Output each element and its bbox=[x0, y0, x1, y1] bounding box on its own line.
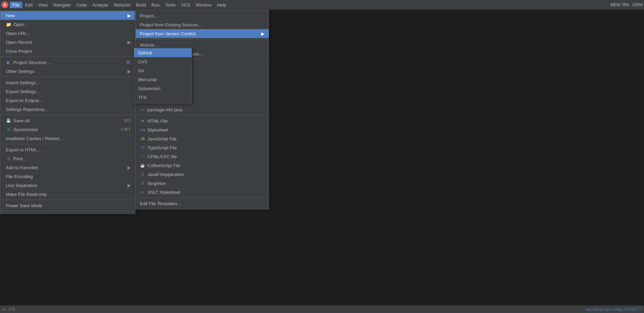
status-bar: io 279 http://blog.csdn.net/qq_26708777 bbox=[0, 305, 644, 313]
menu-item-open-recent-label: Open Recent bbox=[6, 40, 32, 45]
html-icon: H bbox=[140, 118, 145, 124]
separator bbox=[0, 115, 135, 115]
menu-item-close-project-label: Close Project bbox=[6, 49, 32, 54]
new-submenu-xslt-label: XSLT Stylesheet bbox=[147, 190, 180, 195]
menu-edit[interactable]: Edit bbox=[22, 2, 35, 8]
menu-item-import-settings[interactable]: Import Settings... bbox=[0, 78, 135, 87]
menu-item-power-save[interactable]: Power Save Mode bbox=[0, 201, 135, 210]
vcs-github-label: GitHub bbox=[138, 50, 152, 55]
separator bbox=[136, 115, 269, 115]
new-submenu-css[interactable]: css Stylesheet bbox=[136, 125, 269, 134]
menu-analyze[interactable]: Analyze bbox=[90, 2, 111, 8]
status-left: io bbox=[3, 307, 6, 311]
struct-icon: ◧ bbox=[6, 60, 11, 65]
vcs-cvs[interactable]: CVS bbox=[134, 57, 192, 66]
menu-item-settings-repo[interactable]: Settings Repository... bbox=[0, 105, 135, 114]
vcs-git-label: Git bbox=[138, 68, 144, 73]
new-submenu-javafx[interactable]: fx JavaFXApplication bbox=[136, 170, 269, 179]
singleton-icon: S bbox=[140, 180, 145, 186]
menu-item-make-readonly[interactable]: Make File Read-only bbox=[0, 190, 135, 199]
file-menu: New ▶ 📁 Open... Open URL... Open Recent … bbox=[0, 10, 135, 214]
menu-item-close-project[interactable]: Close Project bbox=[0, 47, 135, 55]
menu-item-add-favorites[interactable]: Add to Favorites ▶ bbox=[0, 163, 135, 172]
vcs-tfs[interactable]: TFS bbox=[134, 93, 192, 102]
vcs-git[interactable]: Git bbox=[134, 66, 192, 75]
new-submenu-singleton-label: Singleton bbox=[147, 181, 166, 186]
print-icon: 🖨 bbox=[6, 156, 11, 161]
vcs-mercurial[interactable]: Mercurial bbox=[134, 75, 192, 84]
menu-item-other-settings-label: Other Settings bbox=[6, 69, 34, 74]
dropdown-menus: New ▶ 📁 Open... Open URL... Open Recent … bbox=[0, 10, 135, 214]
menu-item-invalidate-caches[interactable]: Invalidate Caches / Restart... bbox=[0, 134, 135, 143]
new-submenu-project-existing-label: Project from Existing Sources... bbox=[140, 22, 202, 27]
apple-menu[interactable]: A bbox=[1, 1, 8, 8]
menu-tools[interactable]: Tools bbox=[162, 2, 178, 8]
new-submenu-singleton[interactable]: S Singleton bbox=[136, 179, 269, 188]
separator bbox=[0, 211, 135, 211]
menu-item-settings-repo-label: Settings Repository... bbox=[6, 107, 48, 112]
menu-item-open-recent[interactable]: Open Recent ▶ bbox=[0, 38, 135, 47]
menu-item-export-eclipse[interactable]: Export to Eclipse... bbox=[0, 96, 135, 105]
menu-item-line-separators[interactable]: Line Separators ▶ bbox=[0, 181, 135, 190]
vcs-github[interactable]: GitHub bbox=[134, 48, 192, 57]
menu-item-print[interactable]: 🖨 Print... bbox=[0, 154, 135, 163]
new-submenu-project-existing[interactable]: Project from Existing Sources... bbox=[136, 20, 269, 29]
sync-icon: ↻ bbox=[6, 127, 11, 132]
new-submenu-cfml-label: CFML/CFC file bbox=[147, 154, 177, 159]
menu-item-invalidate-caches-label: Invalidate Caches / Restart... bbox=[6, 136, 63, 141]
menu-item-open-url[interactable]: Open URL... bbox=[0, 29, 135, 38]
shortcut-label: ⌘S bbox=[124, 118, 131, 123]
arrow-icon: ▶ bbox=[127, 40, 131, 45]
menu-item-save-all-label: Save All bbox=[13, 118, 29, 123]
menu-refactor[interactable]: Refactor bbox=[111, 2, 133, 8]
cfml-icon: CF bbox=[140, 154, 145, 159]
menu-item-power-save-label: Power Save Mode bbox=[6, 203, 42, 208]
separator bbox=[136, 198, 269, 198]
arrow-icon: ▶ bbox=[127, 183, 131, 188]
menu-item-export-html[interactable]: Export to HTML... bbox=[0, 145, 135, 154]
menu-file[interactable]: File bbox=[10, 2, 22, 8]
new-submenu-html[interactable]: H HTML File bbox=[136, 116, 269, 125]
menu-vcs[interactable]: VCS bbox=[178, 2, 193, 8]
menu-item-synchronize[interactable]: ↻ Synchronize ⌥⌘Y bbox=[0, 125, 135, 134]
xslt-icon: xs bbox=[140, 189, 145, 195]
new-submenu-xslt[interactable]: xs XSLT Stylesheet bbox=[136, 188, 269, 197]
vcs-submenu: GitHub CVS Git Mercurial Subversion TFS bbox=[134, 47, 192, 103]
new-submenu-js[interactable]: JS JavaScript File bbox=[136, 134, 269, 143]
new-submenu-coffee[interactable]: ☕ CoffeeScript File bbox=[136, 161, 269, 170]
menu-item-save-all[interactable]: 💾 Save All ⌘S bbox=[0, 116, 135, 125]
menu-run[interactable]: Run bbox=[149, 2, 162, 8]
menu-code[interactable]: Code bbox=[74, 2, 90, 8]
new-submenu-ts[interactable]: TS TypeScript File bbox=[136, 143, 269, 152]
ts-icon: TS bbox=[140, 145, 145, 150]
new-submenu-edit-templates[interactable]: Edit File Templates... bbox=[136, 199, 269, 208]
new-submenu-cfml[interactable]: CF CFML/CFC file bbox=[136, 152, 269, 161]
menu-view[interactable]: View bbox=[35, 2, 50, 8]
vcs-subversion[interactable]: Subversion bbox=[134, 84, 192, 93]
new-submenu-project[interactable]: Project... bbox=[136, 11, 269, 20]
new-submenu: Project... Project from Existing Sources… bbox=[135, 10, 269, 210]
menu-help[interactable]: Help bbox=[214, 2, 229, 8]
menu-item-synchronize-label: Synchronize bbox=[13, 127, 38, 132]
new-submenu-js-label: JavaScript File bbox=[147, 136, 177, 141]
menu-window[interactable]: Window bbox=[193, 2, 214, 8]
menu-item-file-encoding[interactable]: File Encoding bbox=[0, 172, 135, 181]
menu-item-file-encoding-label: File Encoding bbox=[6, 174, 33, 179]
arrow-icon: ▶ bbox=[127, 13, 131, 18]
new-submenu-project-label: Project... bbox=[140, 13, 157, 18]
menu-item-project-structure[interactable]: ◧ Project Structure... ⌘; bbox=[0, 58, 135, 67]
shortcut-label: ⌥⌘Y bbox=[119, 127, 131, 132]
menu-build[interactable]: Build bbox=[133, 2, 149, 8]
menu-item-line-separators-label: Line Separators bbox=[6, 183, 37, 188]
separator bbox=[0, 77, 135, 77]
menu-item-open[interactable]: 📁 Open... bbox=[0, 20, 135, 29]
menu-item-other-settings[interactable]: Other Settings ▶ bbox=[0, 67, 135, 76]
menu-item-new[interactable]: New ▶ bbox=[0, 11, 135, 20]
new-submenu-coffee-label: CoffeeScript File bbox=[147, 163, 180, 168]
new-submenu-package-info[interactable]: ▭ package-info.java bbox=[136, 105, 269, 114]
status-link[interactable]: http://blog.csdn.net/qq_26708777 bbox=[585, 307, 641, 311]
menu-item-export-settings[interactable]: Export Settings... bbox=[0, 87, 135, 96]
package-info-icon: ▭ bbox=[140, 107, 145, 112]
new-submenu-project-vcs[interactable]: Project from Version Control ▶ bbox=[136, 29, 269, 38]
menu-navigate[interactable]: Navigate bbox=[50, 2, 73, 8]
